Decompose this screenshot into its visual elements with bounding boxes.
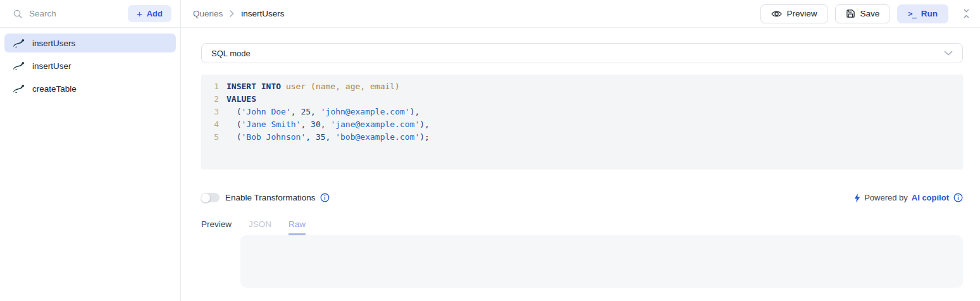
line-number: 3 [201,106,219,118]
save-button[interactable]: Save [835,4,891,23]
preview-button[interactable]: Preview [760,4,828,23]
code-token: 35 [316,132,326,142]
search-icon [13,9,23,19]
sealion-icon [13,62,25,70]
breadcrumb: Queries insertUsers [193,9,285,18]
sidebar-item-createTable[interactable]: createTable [4,79,176,98]
code-token: ( [226,107,241,116]
sealion-icon [13,39,25,47]
code-line: 3 ('John Doe', 25, 'john@example.com'), [201,106,963,118]
topbar-actions: Preview Save >_ Run [760,4,972,23]
transformations-row: Enable Transformations Powered by AI cop… [201,193,963,202]
run-button[interactable]: >_ Run [897,4,948,23]
tab-preview[interactable]: Preview [201,219,232,235]
line-number: 2 [201,93,219,106]
line-number: 5 [201,131,219,144]
code-token: VALUES [226,94,256,104]
sidebar-header: + Add [0,0,180,28]
floppy-icon [846,9,855,18]
plus-icon: + [137,9,142,18]
code-token: 30 [311,120,321,129]
code-text: VALUES [219,93,256,106]
code-lines: 1INSERT INTO user (name, age, email)2VAL… [201,80,963,144]
code-token: 'bob@example.com' [335,132,419,142]
powered-by-copilot: Powered by AI copilot [854,193,963,202]
line-number: 1 [201,80,219,93]
query-content: SQL mode 1INSERT INTO user (name, age, e… [181,28,980,301]
app-window: + Add insertUsers insertUser [0,0,980,301]
toggle-knob [201,194,210,202]
code-token: ( [226,120,241,129]
tab-raw[interactable]: Raw [288,219,306,235]
code-token: , [301,120,311,129]
eye-icon [771,9,782,18]
code-token: 'Bob Johnson' [241,132,306,142]
transformations-label: Enable Transformations [225,193,316,202]
code-token: INSERT INTO [226,82,281,91]
terminal-icon: >_ [908,9,915,18]
code-token: ( [226,132,241,142]
results-tabs: Preview JSON Raw [201,219,963,235]
ai-copilot-label: AI copilot [912,193,949,202]
mode-select[interactable]: SQL mode [201,43,963,63]
chevron-right-icon [230,10,234,17]
search-box [13,9,121,19]
code-line: 1INSERT INTO user (name, age, email) [201,80,963,93]
code-token: , [306,132,316,142]
tab-json[interactable]: JSON [249,219,271,235]
breadcrumb-current: insertUsers [241,9,284,18]
sidebar-item-label: createTable [32,84,77,94]
topbar: Queries insertUsers Preview Sav [181,0,980,28]
code-token: 'Jane Smith' [241,120,301,129]
results-panel [240,235,963,288]
code-text: ('John Doe', 25, 'john@example.com'), [219,106,419,118]
preview-button-label: Preview [787,9,817,18]
mode-select-value: SQL mode [211,49,251,58]
code-token: ); [419,132,430,142]
main-area: Queries insertUsers Preview Sav [181,0,980,301]
sidebar-item-label: insertUser [32,61,71,71]
code-line: 5 ('Bob Johnson', 35, 'bob@example.com')… [201,131,963,144]
line-number: 4 [201,118,219,131]
code-token: 25 [301,107,311,116]
info-icon[interactable] [953,193,963,202]
add-button-label: Add [147,9,163,18]
code-line: 4 ('Jane Smith', 30, 'jane@example.com')… [201,118,963,131]
code-text: ('Bob Johnson', 35, 'bob@example.com'); [219,131,430,144]
sealion-icon [13,85,25,93]
code-token: user (name, age, email) [286,82,400,91]
sidebar-item-insertUser[interactable]: insertUser [4,56,176,75]
code-text: ('Jane Smith', 30, 'jane@example.com'), [219,118,430,131]
code-token: , [291,107,301,116]
breadcrumb-root[interactable]: Queries [193,9,223,18]
info-icon[interactable] [320,193,330,202]
code-token: , [321,120,331,129]
bolt-icon [854,194,860,202]
query-list: insertUsers insertUser createTable [0,28,180,104]
code-token: 'John Doe' [241,107,290,116]
transformations-toggle[interactable] [201,193,220,202]
sql-editor[interactable]: 1INSERT INTO user (name, age, email)2VAL… [201,75,963,169]
code-text: INSERT INTO user (name, age, email) [219,80,400,93]
code-token: 'john@example.com' [321,107,410,116]
add-query-button[interactable]: + Add [128,5,171,22]
search-input[interactable] [29,9,121,18]
run-button-label: Run [921,9,938,18]
sidebar-item-insertUsers[interactable]: insertUsers [4,34,176,52]
sidebar: + Add insertUsers insertUser [0,0,181,301]
code-token: ), [419,120,430,129]
code-token: , [326,132,336,142]
collapse-icon[interactable] [961,8,972,20]
code-token: ), [410,107,420,116]
powered-by-text: Powered by [864,193,908,202]
save-button-label: Save [860,9,880,18]
code-token: 'jane@example.com' [330,120,419,129]
sidebar-item-label: insertUsers [32,39,75,48]
code-line: 2VALUES [201,93,963,106]
chevron-down-icon [944,51,953,56]
code-token: , [311,107,321,116]
code-token [281,82,286,91]
